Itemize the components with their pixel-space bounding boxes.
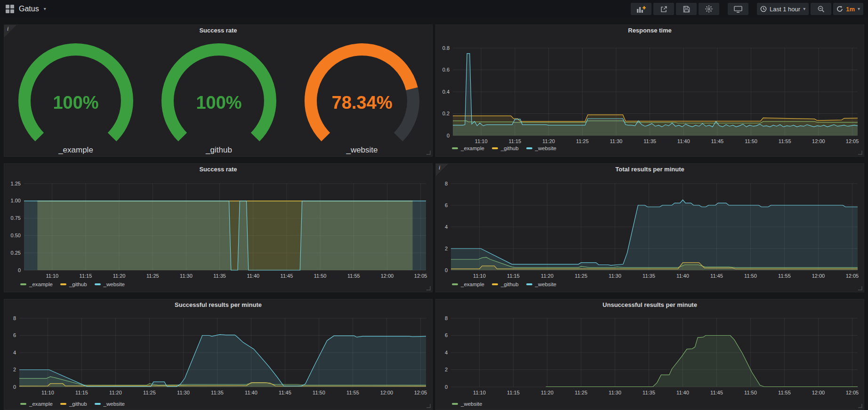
legend-swatch [20,403,26,405]
x-axis-tick: 11:35 [643,390,655,395]
legend-item-_github[interactable]: _github [492,281,519,287]
panel-success-rate-gauges: i Success rate 100%_example100%_github78… [4,24,433,157]
panel-title[interactable]: Total results per minute [436,166,864,173]
legend-item-_example[interactable]: _example [452,145,484,151]
y-axis-tick: 1.25 [11,181,21,186]
legend-item-_example[interactable]: _example [452,281,484,287]
x-axis-tick: 11:45 [710,390,723,395]
dashboard-grid-icon [6,5,14,13]
legend-label: _website [535,145,556,151]
x-axis-tick: 11:55 [346,390,359,395]
save-icon [683,6,690,13]
gauge-label: _github [205,145,232,154]
x-axis-tick: 11:30 [609,390,621,395]
chart-legend: _website [452,401,482,407]
panel-title[interactable]: Response time [436,27,864,34]
legend-item-_website[interactable]: _website [526,145,556,151]
panel-total-results: i Total results per minute 11:1011:1511:… [435,163,864,292]
y-axis-tick: 4 [13,350,16,355]
y-axis-tick: 6 [13,332,16,338]
refresh-button[interactable]: 1m ▾ [833,3,863,15]
x-axis-tick: 12:05 [846,273,859,279]
share-button[interactable] [653,3,674,15]
x-axis-tick: 11:35 [643,273,655,279]
add-panel-button[interactable] [631,3,651,15]
navbar: Gatus ▾ [0,0,868,18]
panel-info-corner[interactable] [436,164,448,176]
panel-resize-handle[interactable] [426,286,431,290]
chevron-down-icon: ▾ [803,7,805,11]
x-axis-tick: 12:00 [812,273,825,279]
y-axis-tick: 8 [445,315,448,321]
chart-legend: _example_github_website [20,401,125,407]
grid-lines [451,318,858,387]
zoom-out-button[interactable] [811,3,831,15]
grafana-dashboard: Gatus ▾ [0,0,868,410]
legend-item-_website[interactable]: _website [95,401,125,407]
time-range-button[interactable]: Last 1 hour ▾ [757,3,809,15]
panel-title[interactable]: Success rate [4,166,432,173]
save-button[interactable] [676,3,697,15]
x-axis-tick: 11:35 [643,138,656,144]
tv-mode-button[interactable] [728,3,748,15]
x-axis-tick: 11:15 [509,138,522,144]
legend-swatch [452,147,458,149]
dashboard-title-dropdown[interactable]: Gatus ▾ [0,5,46,13]
gauge-_example: 100%_example [24,49,127,154]
x-axis-tick: 11:20 [541,390,554,395]
legend-item-_website[interactable]: _website [526,281,556,287]
time-series-chart[interactable]: 11:1011:1511:2011:2511:3011:3511:4011:45… [436,299,865,410]
legend-item-_example[interactable]: _example [20,401,53,407]
y-axis-tick: 0.75 [11,215,21,221]
panel-info-corner[interactable] [4,25,16,37]
legend-item-_example[interactable]: _example [20,281,53,287]
x-axis-tick: 11:40 [677,138,690,144]
y-axis-tick: 0.6 [442,67,450,72]
y-axis-tick: 0 [445,384,448,390]
legend-item-_website[interactable]: _website [452,401,482,407]
legend-swatch [452,283,458,285]
y-axis-tick: 0.8 [442,45,450,51]
legend-swatch [60,403,66,405]
panel-title[interactable]: Unsuccessful results per minute [436,301,864,308]
time-series-chart[interactable]: 11:1011:1511:2011:2511:3011:3511:4011:45… [436,25,865,157]
legend-label: _github [69,401,87,407]
y-axis-tick: 0.50 [11,233,21,238]
legend-item-_github[interactable]: _github [492,145,519,151]
x-axis-tick: 12:05 [846,390,859,395]
panel-response-time: Response time 11:1011:1511:2011:2511:301… [435,24,864,157]
legend-item-_github[interactable]: _github [60,401,87,407]
info-icon[interactable]: i [7,25,8,32]
legend-swatch [452,403,458,405]
panel-title[interactable]: Successful results per minute [4,301,432,308]
legend-label: _example [29,281,53,287]
x-axis-tick: 11:15 [80,273,92,279]
legend-item-_github[interactable]: _github [60,281,87,287]
y-axis-tick: 0 [13,384,16,390]
panel-resize-handle[interactable] [858,286,862,290]
panel-resize-handle[interactable] [858,404,862,408]
dashboard-title[interactable]: Gatus [19,5,39,13]
x-axis-tick: 11:25 [143,390,156,395]
settings-button[interactable] [699,3,719,15]
time-series-chart[interactable]: 11:1011:1511:2011:2511:3011:3511:4011:45… [4,299,433,410]
legend-label: _website [104,281,125,287]
legend-swatch [492,147,498,149]
legend-item-_website[interactable]: _website [95,281,125,287]
y-axis-tick: 0.2 [442,111,450,116]
time-series-chart[interactable]: 11:1011:1511:2011:2511:3011:3511:4011:45… [4,164,433,293]
y-axis-tick: 0.4 [442,89,450,95]
legend-swatch [95,403,101,405]
panel-resize-handle[interactable] [858,151,862,155]
legend-swatch [526,283,532,285]
time-series-chart[interactable]: 11:1011:1511:2011:2511:3011:3511:4011:45… [436,164,865,293]
x-axis-tick: 11:55 [779,138,791,144]
panel-title[interactable]: Success rate [4,27,432,34]
x-axis-tick: 11:35 [213,273,226,279]
gauge-label: _example [58,145,93,154]
panel-resize-handle[interactable] [426,151,431,155]
panel-resize-handle[interactable] [426,404,431,408]
y-axis-tick: 0 [445,267,448,273]
info-icon[interactable]: i [439,164,440,171]
x-axis-tick: 11:55 [778,390,791,395]
